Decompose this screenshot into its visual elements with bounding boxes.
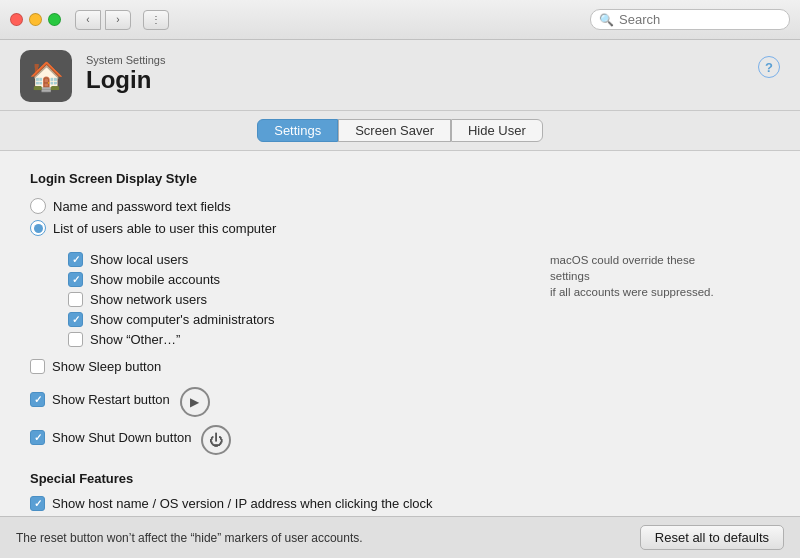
checkbox-shutdown[interactable]: Show Shut Down button	[30, 430, 191, 445]
search-bar[interactable]: 🔍	[590, 9, 790, 30]
checkbox-label-other: Show “Other…”	[90, 332, 180, 347]
tab-hide-user[interactable]: Hide User	[451, 119, 543, 142]
checkbox-other[interactable]: Show “Other…”	[68, 332, 770, 347]
nav-buttons: ‹ ›	[75, 10, 131, 30]
checkbox-restart[interactable]: Show Restart button	[30, 392, 170, 407]
checkbox-icon-local-users[interactable]	[68, 252, 83, 267]
sleep-section: Show Sleep button Show Restart button ▶ …	[30, 359, 770, 455]
footer: The reset button won’t affect the “hide”…	[0, 516, 800, 558]
checkbox-icon-mobile-accounts[interactable]	[68, 272, 83, 287]
checkbox-admin[interactable]: Show computer's administrators	[68, 312, 770, 327]
checkbox-host-name[interactable]: Show host name / OS version / IP address…	[30, 496, 770, 511]
checkbox-icon-other[interactable]	[68, 332, 83, 347]
checkbox-icon-network-users[interactable]	[68, 292, 83, 307]
checkbox-label-admin: Show computer's administrators	[90, 312, 275, 327]
radio-group: Name and password text fields List of us…	[30, 198, 770, 236]
footer-note: The reset button won’t affect the “hide”…	[16, 531, 363, 545]
radio-circle-name-password[interactable]	[30, 198, 46, 214]
special-features-title: Special Features	[30, 471, 770, 486]
page-title: Login	[86, 66, 744, 95]
tab-settings[interactable]: Settings	[257, 119, 338, 142]
traffic-lights	[10, 13, 61, 26]
forward-button[interactable]: ›	[105, 10, 131, 30]
house-icon: 🏠	[29, 60, 64, 93]
side-note: macOS could override these settings if a…	[550, 252, 730, 300]
reset-button[interactable]: Reset all to defaults	[640, 525, 784, 550]
grid-button[interactable]: ⋮	[143, 10, 169, 30]
maximize-button[interactable]	[48, 13, 61, 26]
restart-row: Show Restart button ▶	[30, 387, 770, 417]
checkbox-label-host-name: Show host name / OS version / IP address…	[52, 496, 433, 511]
content-area: Login Screen Display Style Name and pass…	[0, 151, 800, 516]
tab-screen-saver[interactable]: Screen Saver	[338, 119, 451, 142]
page-header: 🏠 System Settings Login ?	[0, 40, 800, 111]
checkbox-label-shutdown: Show Shut Down button	[52, 430, 191, 445]
checkbox-label-sleep: Show Sleep button	[52, 359, 161, 374]
shutdown-row: Show Shut Down button ⏻	[30, 425, 770, 455]
radio-user-list[interactable]: List of users able to user this computer	[30, 220, 770, 236]
checkbox-label-mobile-accounts: Show mobile accounts	[90, 272, 220, 287]
radio-circle-user-list[interactable]	[30, 220, 46, 236]
title-bar: ‹ › ⋮ 🔍	[0, 0, 800, 40]
checkbox-sleep[interactable]: Show Sleep button	[30, 359, 161, 374]
checkbox-label-restart: Show Restart button	[52, 392, 170, 407]
display-style-title: Login Screen Display Style	[30, 171, 770, 186]
tabs-row: Settings Screen Saver Hide User	[0, 111, 800, 151]
checkbox-icon-host-name[interactable]	[30, 496, 45, 511]
side-note-line2: if all accounts were suppressed.	[550, 286, 714, 298]
restart-icon: ▶	[180, 387, 210, 417]
checkbox-label-local-users: Show local users	[90, 252, 188, 267]
breadcrumb: System Settings	[86, 54, 744, 66]
radio-label-user-list: List of users able to user this computer	[53, 221, 276, 236]
help-button[interactable]: ?	[758, 56, 780, 78]
sleep-row: Show Sleep button	[30, 359, 770, 379]
checkbox-icon-admin[interactable]	[68, 312, 83, 327]
checkbox-icon-sleep[interactable]	[30, 359, 45, 374]
sub-checkboxes-section: Show local users Show mobile accounts Sh…	[30, 252, 770, 347]
power-icon: ⏻	[201, 425, 231, 455]
checkbox-icon-restart[interactable]	[30, 392, 45, 407]
radio-name-password[interactable]: Name and password text fields	[30, 198, 770, 214]
minimize-button[interactable]	[29, 13, 42, 26]
header-text: System Settings Login	[86, 50, 744, 95]
checkbox-icon-shutdown[interactable]	[30, 430, 45, 445]
search-input[interactable]	[619, 12, 781, 27]
back-button[interactable]: ‹	[75, 10, 101, 30]
side-note-line1: macOS could override these settings	[550, 254, 695, 282]
search-icon: 🔍	[599, 13, 614, 27]
close-button[interactable]	[10, 13, 23, 26]
radio-label-name-password: Name and password text fields	[53, 199, 231, 214]
app-icon: 🏠	[20, 50, 72, 102]
checkbox-label-network-users: Show network users	[90, 292, 207, 307]
